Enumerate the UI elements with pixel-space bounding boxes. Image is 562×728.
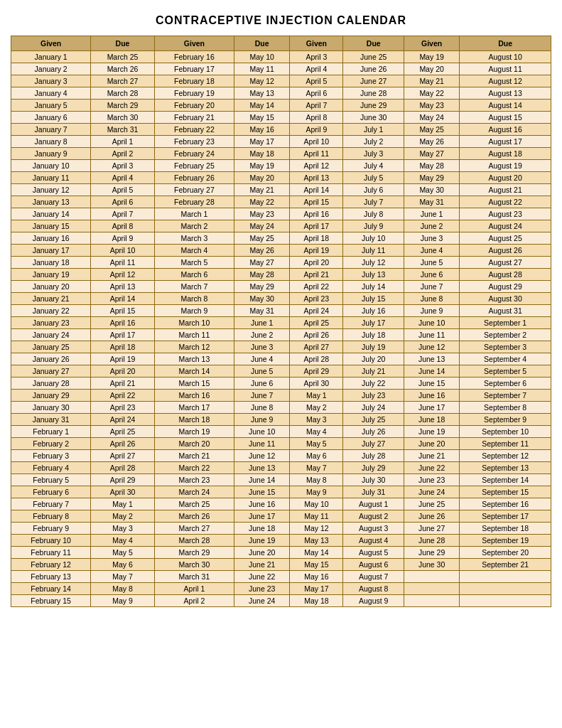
table-row: January 6March 30February 21May 15April … [11, 112, 551, 124]
due-date: July 11 [343, 245, 404, 257]
given-date: March 4 [154, 245, 234, 257]
given-date: March 22 [154, 462, 234, 474]
given-date: March 26 [154, 510, 234, 523]
due-date: August 19 [460, 160, 551, 172]
due-date: May 21 [234, 184, 290, 196]
due-date: August 6 [343, 559, 404, 571]
due-date: July 8 [343, 208, 404, 220]
given-date: February 16 [154, 51, 234, 63]
due-date: July 20 [343, 353, 404, 365]
given-date: January 4 [11, 87, 91, 100]
given-date: March 30 [154, 559, 234, 571]
given-date: May 24 [404, 112, 459, 124]
given-date: January 11 [11, 172, 91, 184]
due-date: August 11 [460, 63, 551, 75]
given-date: February 17 [154, 63, 234, 75]
due-date: June 13 [234, 462, 290, 474]
page-title: CONTRACEPTIVE INJECTION CALENDAR [11, 14, 551, 27]
due-date: September 1 [460, 317, 551, 329]
given-date: March 12 [154, 341, 234, 353]
due-date: July 16 [343, 305, 404, 317]
given-date: February 27 [154, 184, 234, 196]
due-date: April 23 [91, 402, 155, 414]
due-date: April 1 [91, 136, 155, 148]
due-date: July 3 [343, 148, 404, 160]
given-date: February 25 [154, 160, 234, 172]
given-date: June 7 [404, 281, 459, 293]
due-date: July 14 [343, 281, 404, 293]
given-date: January 19 [11, 269, 91, 281]
given-date: March 7 [154, 281, 234, 293]
due-date: March 27 [91, 75, 155, 87]
due-date: September 5 [460, 365, 551, 378]
due-date: September 15 [460, 486, 551, 498]
due-date: March 26 [91, 63, 155, 75]
due-date: July 27 [343, 438, 404, 450]
due-date: May 20 [234, 172, 290, 184]
given-date: March 21 [154, 450, 234, 462]
given-date: March 31 [154, 571, 234, 583]
table-row: January 13April 6February 28May 22April … [11, 196, 551, 208]
given-date: January 8 [11, 136, 91, 148]
given-date: June 25 [404, 498, 459, 510]
due-date: August 13 [460, 87, 551, 100]
due-date: September 9 [460, 414, 551, 426]
table-row: January 4March 28February 19May 13April … [11, 87, 551, 100]
due-date: April 30 [91, 486, 155, 498]
due-date: May 1 [91, 498, 155, 510]
given-date: June 29 [404, 547, 459, 559]
due-date: April 15 [91, 305, 155, 317]
due-date: August 16 [460, 124, 551, 136]
given-date: March 23 [154, 474, 234, 486]
given-date: February 1 [11, 426, 91, 438]
table-row: February 15May 9April 2June 24May 18Augu… [11, 595, 551, 607]
given-date: April 12 [290, 160, 343, 172]
given-date: May 27 [404, 148, 459, 160]
due-date: May 26 [234, 245, 290, 257]
due-date: August 27 [460, 257, 551, 269]
due-date: April 13 [91, 281, 155, 293]
due-date: April 3 [91, 160, 155, 172]
due-date: June 10 [234, 426, 290, 438]
given-date: June 20 [404, 438, 459, 450]
given-date: January 16 [11, 232, 91, 245]
given-date: May 6 [290, 450, 343, 462]
table-row: February 6April 30March 24June 15May 9Ju… [11, 486, 551, 498]
given-date: March 9 [154, 305, 234, 317]
due-date: August 3 [343, 523, 404, 535]
due-date: April 28 [91, 462, 155, 474]
due-date: April 21 [91, 378, 155, 390]
table-row: January 11April 4February 26May 20April … [11, 172, 551, 184]
due-date: July 30 [343, 474, 404, 486]
given-date: June 15 [404, 378, 459, 390]
given-date: May 26 [404, 136, 459, 148]
due-date: May 5 [91, 547, 155, 559]
given-date: February 6 [11, 486, 91, 498]
given-date: March 24 [154, 486, 234, 498]
given-date: May 18 [290, 595, 343, 607]
due-date: June 21 [234, 559, 290, 571]
given-date: March 2 [154, 220, 234, 232]
given-date: March 11 [154, 329, 234, 341]
due-date: June 12 [234, 450, 290, 462]
due-date: August 5 [343, 547, 404, 559]
given-date: January 23 [11, 317, 91, 329]
due-date: April 26 [91, 438, 155, 450]
given-date: March 14 [154, 365, 234, 378]
given-date: January 18 [11, 257, 91, 269]
due-date: July 9 [343, 220, 404, 232]
due-date: August 25 [460, 232, 551, 245]
given-date: April 27 [290, 341, 343, 353]
due-date: May 22 [234, 196, 290, 208]
table-row: January 7March 31February 22May 16April … [11, 124, 551, 136]
table-row: January 16April 9March 3May 25April 18Ju… [11, 232, 551, 245]
due-date: May 4 [91, 535, 155, 547]
given-date: May 28 [404, 160, 459, 172]
due-date: March 29 [91, 100, 155, 112]
due-date: August 12 [460, 75, 551, 87]
given-date: April 17 [290, 220, 343, 232]
column-header: Due [91, 36, 155, 51]
due-date: July 12 [343, 257, 404, 269]
given-date: February 23 [154, 136, 234, 148]
due-date: April 9 [91, 232, 155, 245]
